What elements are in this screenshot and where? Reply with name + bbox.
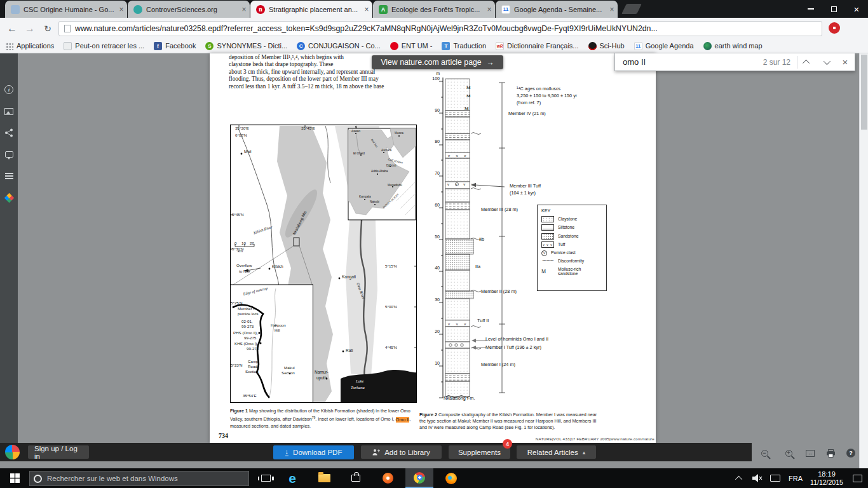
touch-keyboard-icon[interactable]: ··· [766,475,784,482]
taskbar-clock[interactable]: 18:19 11/12/2015 [807,470,846,487]
outline-menu-icon[interactable] [0,165,18,187]
window-maximize-button[interactable] [822,0,845,18]
bookmark-favicon [588,42,597,50]
map-label: Aswan [351,130,360,133]
taskbar-search[interactable] [29,471,249,486]
bookmark-favicon [297,42,305,50]
url-input[interactable] [75,24,817,33]
bookmark-item[interactable]: CONJUGAISON - Co... [297,42,381,50]
page-number: 734 [219,432,228,439]
forward-button[interactable]: → [22,20,38,36]
find-input[interactable] [623,57,724,67]
key-swatch [541,233,554,240]
key-swatch [541,216,554,222]
readcube-logo[interactable] [5,445,20,459]
print-button[interactable] [822,446,839,460]
bookmark-item[interactable]: Facebook [154,42,196,50]
share-icon[interactable] [0,122,18,144]
browser-tab[interactable]: ControverSciences.org × [128,1,250,18]
map-label: 20 [250,241,254,245]
bookmark-item[interactable]: Applications [5,42,54,50]
file-explorer-icon[interactable] [310,468,338,488]
bookmark-item[interactable]: earth wind map [703,42,763,50]
bookmark-label: Peut-on retracer les ... [75,42,144,50]
related-articles-button[interactable]: Related Articles▴ [517,445,596,459]
map-label: Camp [248,360,259,363]
scrollbar-thumb[interactable] [861,55,867,130]
map-label: Member I [238,307,254,311]
figures-icon[interactable] [0,100,18,122]
signup-login-button[interactable]: Sign up / Log in [28,445,89,459]
browser-tab[interactable]: Google Agenda - Semaine... × [496,1,618,18]
action-center-icon[interactable] [846,475,868,482]
language-indicator[interactable]: FRA [784,475,807,482]
start-button[interactable] [0,468,29,488]
bookmark-item[interactable]: ENT UM - [390,42,433,50]
supplements-button[interactable]: Supplements [449,445,510,459]
map-label: 6°00'N [235,133,247,137]
find-next-button[interactable] [817,54,836,71]
back-button[interactable]: ← [4,20,20,36]
bookmark-item[interactable]: SYNONYMES - Dicti... [205,42,287,50]
tab-close-icon[interactable]: × [116,5,127,14]
map-label: 99-275 [244,336,256,340]
download-pdf-button[interactable]: ↓Download PDF [273,445,354,459]
tray-expand-icon[interactable] [731,476,749,481]
bookmark-item[interactable]: Dictionnaire Français... [496,42,579,50]
volume-icon[interactable] [749,474,766,482]
window-minimize-button[interactable] [799,0,822,18]
key-label: Sandstone [558,234,596,239]
window-close-button[interactable]: × [845,0,868,18]
media-app-icon[interactable] [374,468,402,488]
tab-title: Google Agenda - Semaine... [514,6,606,13]
store-icon[interactable] [342,468,370,488]
find-previous-button[interactable] [797,54,817,71]
find-match-count: 2 sur 12 [763,58,797,67]
map-label: Turkana [351,386,365,390]
scrollbar[interactable] [859,53,868,468]
bookmark-item[interactable]: Sci-Hub [588,42,625,50]
add-to-library-button[interactable]: Add to Library [361,445,442,459]
tab-close-icon[interactable]: × [484,5,495,14]
comments-icon[interactable] [0,144,18,165]
map-label: 5°15'N [385,264,397,268]
windows-taskbar: e ··· FRA 18:19 11/12/2015 [0,468,868,488]
readcube-sidebar-logo[interactable] [0,187,18,208]
figure2-label: ¹⁴C ages on molluscs [517,86,560,91]
chrome-icon[interactable] [405,468,433,488]
edge-icon[interactable]: e [278,468,306,488]
viewer-sidebar: i [0,53,18,443]
info-icon[interactable]: i [0,79,18,100]
tab-close-icon[interactable]: × [361,5,372,14]
key-swatch [541,258,554,264]
view-article-button[interactable]: View nature.com article page [372,55,503,69]
tab-close-icon[interactable]: × [606,5,618,14]
browser-tab[interactable]: CSC Origine Humaine - Go... × [5,1,127,18]
map-label: 36°15'E [376,394,390,398]
find-close-button[interactable]: × [836,54,855,71]
clock-time: 18:19 [807,470,846,478]
browser-tab[interactable]: Stratigraphic placement an... × [250,1,372,18]
figure2-label: Member III Tuff [510,184,541,188]
fit-width-button[interactable]: ↔ [802,446,818,460]
extension-icon[interactable] [829,22,840,34]
browser-titlebar: CSC Origine Humaine - Go... × ControverS… [0,0,868,18]
bookmark-item[interactable]: Peut-on retracer les ... [64,42,144,50]
new-tab-button[interactable] [621,4,642,14]
figure2-label: 40 [426,266,440,270]
bookmark-item[interactable]: Google Agenda [634,42,694,50]
zoom-in-button[interactable]: + [780,446,797,460]
firefox-icon[interactable] [437,468,465,488]
address-bar[interactable] [58,21,822,36]
task-view-button[interactable] [253,468,278,488]
bookmark-item[interactable]: Traduction [442,42,486,50]
browser-tab[interactable]: Ecologie des Forêts Tropic... × [373,1,495,18]
taskbar-search-input[interactable] [47,475,248,482]
map-label: 02-01, [241,320,253,323]
help-button[interactable]: ? [843,446,859,460]
tab-close-icon[interactable]: × [238,5,250,14]
figure2-column-art: v v v v v v v v v v [438,75,509,405]
map-label: Makul [284,366,295,370]
refresh-button[interactable]: ↻ [39,20,56,36]
zoom-out-button[interactable]: − [756,446,773,460]
